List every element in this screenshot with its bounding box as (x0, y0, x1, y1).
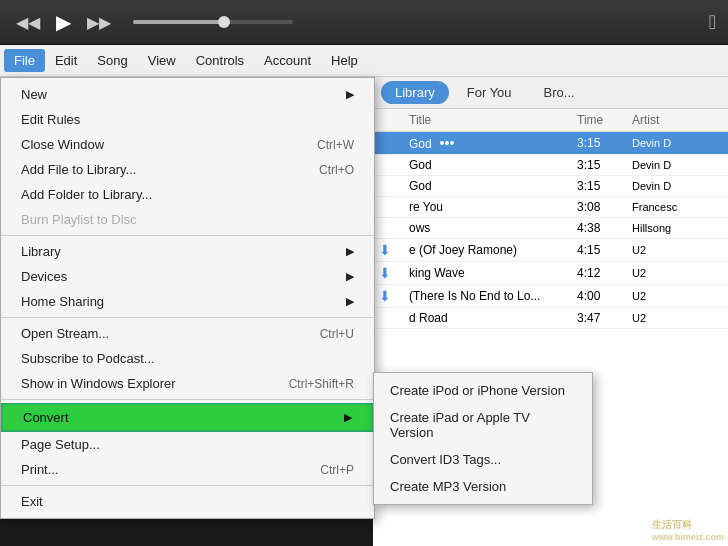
transport-controls: ◀◀ ▶ ▶▶ (12, 8, 303, 36)
watermark-line2: www.bimeiz.com (652, 532, 724, 542)
divider-3 (1, 399, 374, 400)
menu-page-setup[interactable]: Page Setup... (1, 432, 374, 457)
tab-library[interactable]: Library (381, 81, 449, 104)
convert-arrow-icon: ▶ (344, 411, 352, 424)
main-area: New ▶ Edit Rules Close Window Ctrl+W Add… (0, 77, 728, 546)
menu-add-folder[interactable]: Add Folder to Library... (1, 182, 374, 207)
submenu-ipod-version[interactable]: Create iPod or iPhone Version (374, 377, 592, 404)
menu-show-explorer[interactable]: Show in Windows Explorer Ctrl+Shift+R (1, 371, 374, 396)
menu-subscribe-podcast[interactable]: Subscribe to Podcast... (1, 346, 374, 371)
song-row-0[interactable]: God •••3:15Devin D (373, 132, 728, 155)
progress-fill (133, 20, 221, 24)
song-row-2[interactable]: God3:15Devin D (373, 176, 728, 197)
song-row-3[interactable]: re You3:08Francesc (373, 197, 728, 218)
play-button[interactable]: ▶ (52, 8, 75, 36)
song-artist-5: U2 (632, 244, 722, 256)
menu-open-stream[interactable]: Open Stream... Ctrl+U (1, 321, 374, 346)
song-icon-5: ⬇ (379, 242, 409, 258)
song-artist-2: Devin D (632, 180, 722, 192)
menu-new[interactable]: New ▶ (1, 82, 374, 107)
menu-bar: File Edit Song View Controls Account Hel… (0, 45, 728, 77)
menu-file[interactable]: File (4, 49, 45, 72)
menu-convert[interactable]: Convert ▶ (1, 403, 374, 432)
menu-edit-rules-label: Edit Rules (21, 112, 80, 127)
menu-library[interactable]: Library ▶ (1, 239, 374, 264)
menu-home-sharing[interactable]: Home Sharing ▶ (1, 289, 374, 314)
new-arrow-icon: ▶ (346, 88, 354, 101)
song-title-6: king Wave (409, 266, 577, 280)
song-row-4[interactable]: ows4:38Hillsong (373, 218, 728, 239)
menu-subscribe-podcast-label: Subscribe to Podcast... (21, 351, 155, 366)
menu-song[interactable]: Song (87, 49, 137, 72)
song-time-5: 4:15 (577, 243, 632, 257)
song-time-6: 4:12 (577, 266, 632, 280)
file-dropdown-menu: New ▶ Edit Rules Close Window Ctrl+W Add… (0, 77, 375, 519)
menu-new-label: New (21, 87, 47, 102)
song-time-0: 3:15 (577, 136, 632, 150)
menu-add-file[interactable]: Add File to Library... Ctrl+O (1, 157, 374, 182)
song-row-1[interactable]: God3:15Devin D (373, 155, 728, 176)
menu-close-window[interactable]: Close Window Ctrl+W (1, 132, 374, 157)
menu-print-label: Print... (21, 462, 59, 477)
col-icon (379, 113, 409, 127)
show-explorer-shortcut: Ctrl+Shift+R (289, 377, 354, 391)
menu-open-stream-label: Open Stream... (21, 326, 109, 341)
menu-print[interactable]: Print... Ctrl+P (1, 457, 374, 482)
menu-close-window-label: Close Window (21, 137, 104, 152)
song-row-7[interactable]: ⬇(There Is No End to Lo...4:00U2 (373, 285, 728, 308)
submenu-convert-id3[interactable]: Convert ID3 Tags... (374, 446, 592, 473)
song-time-3: 3:08 (577, 200, 632, 214)
menu-devices[interactable]: Devices ▶ (1, 264, 374, 289)
menu-account[interactable]: Account (254, 49, 321, 72)
menu-convert-label: Convert (23, 410, 69, 425)
song-artist-0: Devin D (632, 137, 722, 149)
library-arrow-icon: ▶ (346, 245, 354, 258)
song-row-8[interactable]: d Road3:47U2 (373, 308, 728, 329)
song-icon-7: ⬇ (379, 288, 409, 304)
tab-for-you[interactable]: For You (453, 81, 526, 104)
progress-bar[interactable] (133, 20, 293, 24)
song-time-8: 3:47 (577, 311, 632, 325)
convert-submenu: Create iPod or iPhone Version Create iPa… (373, 372, 593, 505)
menu-page-setup-label: Page Setup... (21, 437, 100, 452)
menu-edit-rules[interactable]: Edit Rules (1, 107, 374, 132)
song-time-7: 4:00 (577, 289, 632, 303)
open-stream-shortcut: Ctrl+U (320, 327, 354, 341)
right-panel-tabs: Library For You Bro... (373, 77, 728, 109)
col-artist: Artist (632, 113, 722, 127)
forward-button[interactable]: ▶▶ (83, 11, 115, 34)
menu-exit-label: Exit (21, 494, 43, 509)
devices-arrow-icon: ▶ (346, 270, 354, 283)
song-title-4: ows (409, 221, 577, 235)
menu-show-explorer-label: Show in Windows Explorer (21, 376, 176, 391)
song-icon-6: ⬇ (379, 265, 409, 281)
song-row-6[interactable]: ⬇king Wave4:12U2 (373, 262, 728, 285)
submenu-create-mp3[interactable]: Create MP3 Version (374, 473, 592, 500)
song-time-1: 3:15 (577, 158, 632, 172)
menu-exit[interactable]: Exit (1, 489, 374, 514)
menu-edit[interactable]: Edit (45, 49, 87, 72)
tab-browse[interactable]: Bro... (530, 81, 589, 104)
print-shortcut: Ctrl+P (320, 463, 354, 477)
song-title-0: God ••• (409, 135, 577, 151)
menu-burn-playlist-label: Burn Playlist to Disc (21, 212, 137, 227)
menu-home-sharing-label: Home Sharing (21, 294, 104, 309)
submenu-ipad-version[interactable]: Create iPad or Apple TV Version (374, 404, 592, 446)
home-sharing-arrow-icon: ▶ (346, 295, 354, 308)
col-title: Title (409, 113, 577, 127)
divider-1 (1, 235, 374, 236)
song-title-5: e (Of Joey Ramone) (409, 243, 577, 257)
menu-controls[interactable]: Controls (186, 49, 254, 72)
menu-add-folder-label: Add Folder to Library... (21, 187, 152, 202)
col-time: Time (577, 113, 632, 127)
rewind-button[interactable]: ◀◀ (12, 11, 44, 34)
song-title-8: d Road (409, 311, 577, 325)
close-window-shortcut: Ctrl+W (317, 138, 354, 152)
menu-view[interactable]: View (138, 49, 186, 72)
song-time-2: 3:15 (577, 179, 632, 193)
apple-logo:  (709, 11, 716, 34)
divider-4 (1, 485, 374, 486)
menu-help[interactable]: Help (321, 49, 368, 72)
song-row-5[interactable]: ⬇e (Of Joey Ramone)4:15U2 (373, 239, 728, 262)
song-table-header: Title Time Artist (373, 109, 728, 132)
